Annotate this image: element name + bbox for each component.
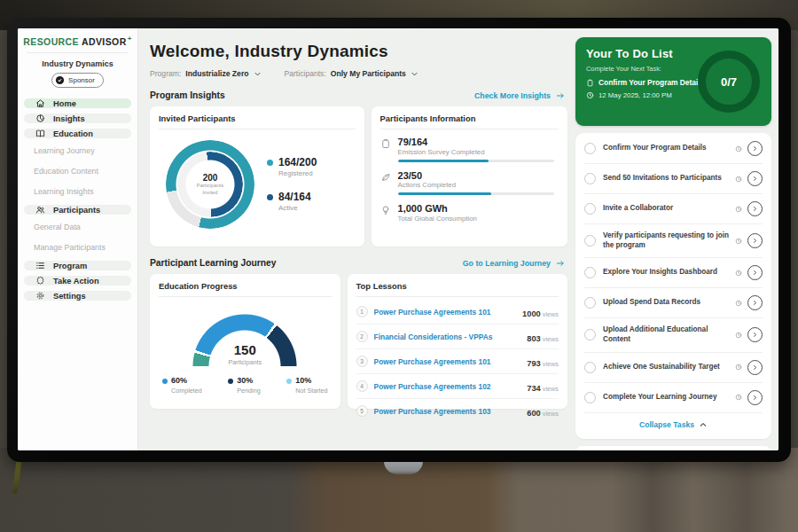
chevron-right-icon — [752, 145, 758, 152]
donut-legend: 164/200 Registered 84/164 Active — [267, 157, 317, 212]
sidebar-item[interactable]: Manage Participants — [24, 240, 131, 254]
task-list: Confirm Your Program Details Send 50 Inv… — [584, 134, 763, 413]
arrow-right-icon — [555, 259, 566, 268]
progress-bar — [398, 192, 554, 195]
lesson-rank: 2 — [356, 331, 368, 342]
sponsor-badge[interactable]: Sponsor — [51, 73, 104, 88]
task-open-button[interactable] — [747, 141, 763, 156]
home-icon — [35, 98, 45, 108]
lesson-title-link[interactable]: Power Purchase Agreements 103 — [374, 407, 521, 416]
chevron-down-icon — [254, 70, 262, 78]
task-row: Verify participants requesting to join t… — [584, 224, 763, 258]
sidebar-item[interactable]: General Data — [24, 220, 131, 234]
metric-label: Actions Completed — [398, 181, 559, 189]
lesson-title-link[interactable]: Power Purchase Agreements 102 — [374, 382, 521, 391]
collapse-tasks-link[interactable]: Collapse Tasks — [584, 413, 763, 437]
clock-icon — [735, 238, 742, 245]
sidebar-item[interactable]: Insights — [24, 113, 131, 123]
task-open-button[interactable] — [747, 327, 763, 342]
task-checkbox[interactable] — [584, 203, 596, 215]
metrics-list: 79/164 Emission Survey Completed — [380, 137, 559, 226]
bulb-icon — [380, 205, 391, 215]
participants-information-card: Participants Information 79/164 Emission… — [372, 106, 567, 246]
chevron-right-icon — [752, 364, 758, 371]
legend-dot — [286, 379, 292, 384]
survey-icon — [380, 138, 391, 149]
sponsor-badge-label: Sponsor — [68, 76, 95, 84]
legend-label: Pending — [237, 387, 260, 395]
task-checkbox[interactable] — [584, 235, 596, 246]
program-dropdown[interactable]: Program: Industrialize Zero — [150, 69, 262, 78]
sidebar-item-label: Education — [53, 129, 93, 138]
task-row: Confirm Your Program Details — [584, 134, 763, 164]
legend-item: 60% Completed — [162, 377, 202, 395]
clock-icon — [735, 300, 742, 307]
sidebar-item[interactable]: Program — [24, 261, 131, 270]
sidebar-item[interactable]: Take Action — [24, 276, 131, 286]
legend-dot — [267, 194, 273, 200]
sidebar-item[interactable]: Education — [24, 129, 131, 138]
task-open-button[interactable] — [747, 295, 763, 310]
task-open-button[interactable] — [747, 201, 763, 216]
task-label: Confirm Your Program Details — [603, 144, 732, 153]
task-open-button[interactable] — [747, 265, 763, 280]
participants-dropdown[interactable]: Participants: Only My Participants — [285, 69, 419, 78]
task-checkbox[interactable] — [584, 329, 596, 340]
leaf-icon — [380, 172, 391, 183]
metric-value: 23/50 — [398, 170, 559, 182]
task-label: Verify participants requesting to join t… — [603, 231, 732, 250]
sidebar: RESOURCE ADVISOR + Industry Dynamics Spo… — [18, 28, 138, 450]
sidebar-item[interactable]: Home — [24, 98, 131, 108]
sidebar-item-label: Participants — [53, 206, 100, 215]
task-row: Invite a Collaborator — [584, 194, 763, 224]
sidebar-item[interactable]: Participants — [24, 205, 131, 215]
task-checkbox[interactable] — [584, 267, 596, 278]
dashboard-screen: RESOURCE ADVISOR + Industry Dynamics Spo… — [18, 28, 778, 450]
metric-row: 23/50 Actions Completed — [380, 170, 559, 196]
sidebar-item-label: Home — [53, 99, 76, 108]
lesson-row: 2 Financial Considerations - VPPAs 803vi… — [356, 325, 559, 349]
go-to-learning-journey-link[interactable]: Go to Learning Journey — [463, 259, 566, 268]
chevron-right-icon — [752, 270, 758, 276]
legend-item: 84/164 Active — [267, 192, 317, 212]
task-open-button[interactable] — [747, 390, 763, 405]
lesson-views-suffix: views — [543, 360, 559, 368]
task-checkbox[interactable] — [584, 392, 596, 403]
gauge-legend: 60% Completed 30% Pending — [159, 366, 332, 395]
task-checkbox[interactable] — [584, 173, 596, 184]
lesson-title-link[interactable]: Power Purchase Agreements 101 — [374, 357, 521, 366]
sidebar-item[interactable]: Learning Insights — [24, 184, 131, 199]
section-title-program-insights: Program Insights — [150, 90, 225, 100]
check-more-insights-link[interactable]: Check More Insights — [474, 91, 566, 100]
lesson-title-link[interactable]: Financial Considerations - VPPAs — [374, 332, 521, 341]
legend-item: 164/200 Registered — [267, 157, 317, 177]
legend-item: 30% Pending — [228, 377, 260, 395]
card-title: Participants Information — [380, 113, 559, 129]
chevron-right-icon — [752, 238, 758, 244]
lesson-views-suffix: views — [543, 410, 559, 418]
lesson-rank: 5 — [356, 405, 368, 417]
clock-icon — [735, 364, 742, 371]
lesson-rank: 1 — [356, 306, 368, 317]
legend-label: Completed — [171, 387, 202, 395]
sidebar-item-label: Program — [53, 262, 87, 270]
sidebar-nav: Home Insights Education Learning Journey — [18, 98, 137, 301]
gauge-center-value: 150 — [192, 343, 298, 356]
task-checkbox[interactable] — [584, 143, 596, 154]
app-logo[interactable]: RESOURCE ADVISOR + — [18, 35, 137, 52]
legend-value: 84/164 — [278, 192, 311, 203]
task-row: Achieve One Sustainability Target — [584, 353, 763, 383]
task-checkbox[interactable] — [584, 297, 596, 309]
arrow-right-icon — [555, 91, 566, 100]
task-open-button[interactable] — [747, 233, 763, 248]
logo-plus: + — [128, 35, 132, 43]
legend-label: Active — [278, 204, 311, 212]
lesson-title-link[interactable]: Power Purchase Agreements 101 — [374, 308, 516, 317]
task-open-button[interactable] — [747, 171, 763, 186]
filter-bar: Program: Industrialize Zero Participants… — [150, 69, 567, 78]
sidebar-item[interactable]: Settings — [24, 291, 131, 301]
sidebar-item[interactable]: Education Content — [24, 164, 131, 178]
sidebar-item[interactable]: Learning Journey — [24, 144, 131, 158]
task-open-button[interactable] — [747, 360, 763, 375]
task-checkbox[interactable] — [584, 362, 596, 373]
